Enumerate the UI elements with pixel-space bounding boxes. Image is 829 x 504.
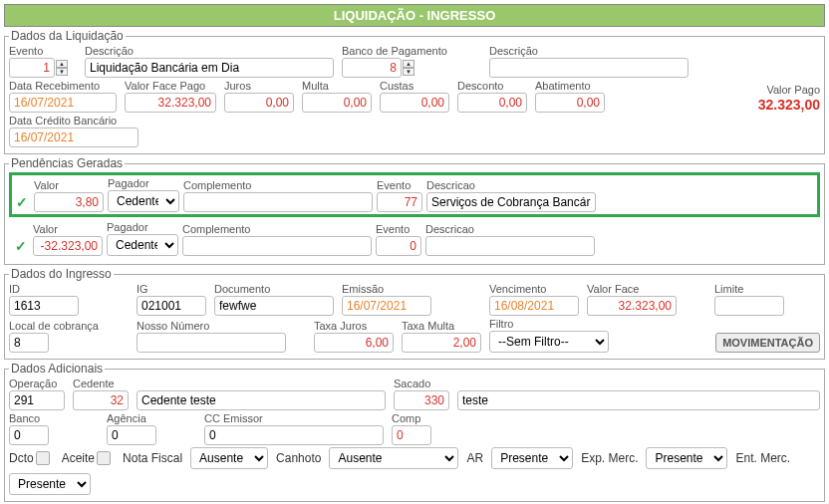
evento-label: Evento: [9, 45, 77, 57]
pend-complemento-label: Complemento: [182, 223, 372, 235]
emissao-input[interactable]: [342, 296, 431, 316]
dados-adicionais: Dados Adicionais Operação Cedente Sacado…: [4, 362, 825, 502]
dados-ingresso: Dados do Ingresso ID IG Documento Emissã…: [4, 267, 825, 360]
pend-pagador-label: Pagador: [107, 221, 178, 233]
cedente-input[interactable]: [73, 390, 129, 410]
pend-descricao-input[interactable]: [425, 236, 595, 256]
legend-adicionais: Dados Adicionais: [9, 362, 105, 376]
valor-face-input[interactable]: [587, 296, 677, 316]
banco-pag-input[interactable]: [342, 58, 402, 78]
id-label: ID: [9, 283, 79, 295]
taxa-juros-input[interactable]: [314, 333, 394, 353]
desconto-input[interactable]: [457, 93, 527, 113]
juros-input[interactable]: [224, 93, 294, 113]
nosso-num-input[interactable]: [137, 333, 286, 353]
banco-stepper[interactable]: ▲▼: [403, 60, 414, 76]
dcto-label: Dcto: [9, 451, 34, 465]
cc-input[interactable]: [204, 425, 384, 445]
local-cob-input[interactable]: [9, 333, 49, 353]
descricao-input[interactable]: [85, 58, 334, 78]
pend-evento-input[interactable]: [377, 192, 422, 212]
banco-label: Banco: [9, 412, 99, 424]
pend-valor-input[interactable]: [34, 192, 104, 212]
valor-face-pago-label: Valor Face Pago: [125, 80, 216, 92]
sacado-input[interactable]: [394, 390, 449, 410]
banco-pag-label: Banco de Pagamento: [342, 45, 481, 57]
documento-input[interactable]: [214, 296, 334, 316]
evento-stepper[interactable]: ▲▼: [56, 60, 68, 76]
ent-label: Ent. Merc.: [735, 451, 790, 465]
taxa-multa-input[interactable]: [402, 333, 481, 353]
pend-descricao-input[interactable]: [426, 192, 596, 212]
descricao-label: Descrição: [85, 45, 334, 57]
dcto-checkbox[interactable]: Dcto: [9, 451, 50, 465]
banco-input[interactable]: [9, 425, 49, 445]
pend-evento-input[interactable]: [376, 236, 421, 256]
cedente-desc-input[interactable]: [137, 390, 386, 410]
pendencia-row: ✓ Valor PagadorCedente Complemento Event…: [9, 217, 820, 260]
multa-input[interactable]: [302, 93, 372, 113]
pend-complemento-input[interactable]: [183, 192, 373, 212]
nota-fiscal-select[interactable]: Ausente: [190, 447, 268, 469]
pend-complemento-input[interactable]: [182, 236, 372, 256]
emissao-label: Emissão: [342, 283, 431, 295]
pend-descricao-label: Descricao: [425, 223, 595, 235]
limite-label: Limite: [714, 283, 784, 295]
agencia-input[interactable]: [107, 425, 156, 445]
legend-ingresso: Dados do Ingresso: [9, 267, 114, 281]
pend-pagador-select[interactable]: Cedente: [107, 234, 178, 256]
pendencias-geradas: Pendências Geradas ✓ Valor PagadorCedent…: [4, 156, 825, 265]
custas-label: Custas: [380, 80, 449, 92]
juros-label: Juros: [224, 80, 294, 92]
sacado-desc-input[interactable]: [457, 390, 820, 410]
pend-descricao-label: Descricao: [426, 179, 596, 191]
canhoto-label: Canhoto: [276, 451, 321, 465]
evento-input[interactable]: [9, 58, 55, 78]
valor-face-pago-input[interactable]: [125, 93, 216, 113]
movimentacao-button[interactable]: MOVIMENTAÇÃO: [715, 333, 820, 353]
vencimento-label: Vencimento: [489, 283, 579, 295]
comp-input[interactable]: [392, 425, 431, 445]
check-icon[interactable]: ✓: [14, 194, 30, 210]
valor-pago-value: 32.323,00: [613, 97, 820, 113]
multa-label: Multa: [302, 80, 372, 92]
pend-valor-input[interactable]: [33, 236, 103, 256]
abatimento-label: Abatimento: [535, 80, 605, 92]
canhoto-select[interactable]: Ausente: [329, 447, 458, 469]
chevron-down-icon[interactable]: ▼: [56, 68, 68, 76]
data-receb-label: Data Recebimento: [9, 80, 117, 92]
valor-face-label: Valor Face: [587, 283, 677, 295]
limite-input[interactable]: [714, 296, 784, 316]
ar-select[interactable]: Presente: [491, 447, 573, 469]
data-cred-label: Data Crédito Bancário: [9, 115, 138, 126]
operacao-input[interactable]: [9, 390, 65, 410]
pend-pagador-select[interactable]: Cedente: [108, 190, 179, 212]
descricao2-label: Descrição: [489, 45, 689, 57]
id-input[interactable]: [9, 296, 79, 316]
exp-label: Exp. Merc.: [581, 451, 638, 465]
pend-complemento-label: Complemento: [183, 179, 373, 191]
nosso-num-label: Nosso Número: [137, 320, 286, 332]
exp-select[interactable]: Presente: [646, 447, 727, 469]
aceite-checkbox[interactable]: Aceite: [62, 451, 111, 465]
chevron-down-icon[interactable]: ▼: [403, 68, 414, 76]
data-receb-input[interactable]: [9, 93, 117, 113]
data-cred-input[interactable]: [9, 127, 138, 147]
sacado-label: Sacado: [394, 378, 449, 389]
desconto-label: Desconto: [457, 80, 527, 92]
vencimento-input[interactable]: [489, 296, 579, 316]
cedente-label: Cedente: [73, 378, 129, 389]
descricao2-input[interactable]: [489, 58, 689, 78]
ent-select[interactable]: Presente: [9, 473, 91, 495]
filtro-select[interactable]: --Sem Filtro--: [489, 331, 609, 353]
checkbox-icon: [97, 451, 111, 465]
custas-input[interactable]: [380, 93, 449, 113]
chevron-up-icon[interactable]: ▲: [403, 60, 414, 68]
abatimento-input[interactable]: [535, 93, 605, 113]
legend-liquidacao: Dados da Liquidação: [9, 29, 126, 43]
ig-input[interactable]: [137, 296, 206, 316]
chevron-up-icon[interactable]: ▲: [56, 60, 68, 68]
pend-evento-label: Evento: [376, 223, 421, 235]
local-cob-label: Local de cobrança: [9, 320, 129, 332]
check-icon[interactable]: ✓: [13, 238, 29, 254]
